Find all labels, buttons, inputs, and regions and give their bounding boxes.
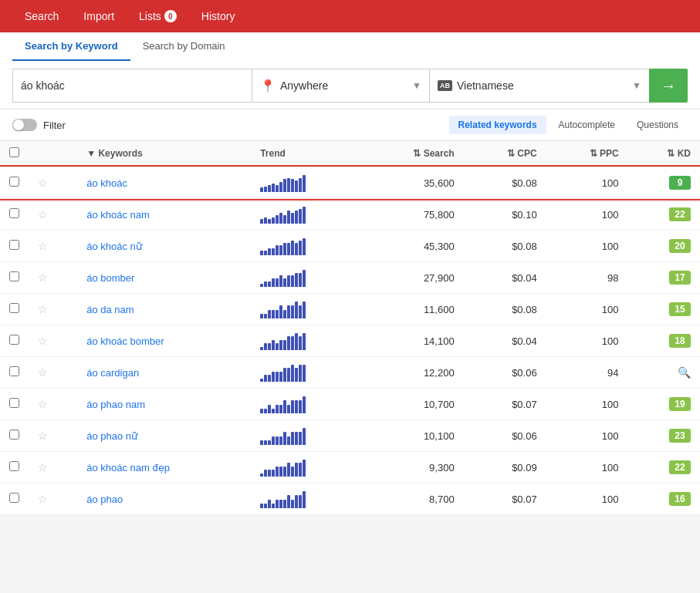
th-cpc[interactable]: ⇅ CPC [464,141,546,167]
th-keywords[interactable]: ▼ Keywords [77,141,251,167]
trend-bar [287,305,290,318]
tab-search-by-keyword[interactable]: Search by Keyword [12,32,130,61]
row-star-cell[interactable]: ☆ [29,167,77,199]
row-checkbox-cell[interactable] [0,325,29,357]
row-checkbox-cell[interactable] [0,167,29,199]
row-keyword-cell: áo phao nữ [77,420,251,452]
row-checkbox-cell[interactable] [0,483,29,515]
row-checkbox[interactable] [9,335,19,345]
tab-autocomplete[interactable]: Autocomplete [550,116,624,134]
nav-import[interactable]: Import [71,0,127,32]
row-checkbox[interactable] [9,398,19,408]
row-ppc-cell: 100 [546,167,628,199]
select-all-checkbox[interactable] [9,147,19,157]
row-star-cell[interactable]: ☆ [29,231,77,262]
row-trend-cell [251,325,361,357]
filter-toggle[interactable] [12,119,37,131]
row-checkbox-cell[interactable] [0,420,29,452]
star-icon[interactable]: ☆ [38,240,48,252]
star-icon[interactable]: ☆ [38,208,48,221]
row-star-cell[interactable]: ☆ [29,325,77,357]
th-ppc[interactable]: ⇅ PPC [546,141,628,167]
nav-search[interactable]: Search [12,0,71,32]
trend-bar [276,245,279,255]
row-checkbox-cell[interactable] [0,357,29,389]
trend-bar [264,440,267,445]
trend-bar [264,251,267,255]
row-checkbox[interactable] [9,240,19,250]
star-icon[interactable]: ☆ [38,366,48,379]
row-checkbox[interactable] [9,303,19,313]
keyword-name[interactable]: áo khoác nam [86,209,150,221]
star-icon[interactable]: ☆ [38,430,48,442]
row-checkbox[interactable] [9,366,19,376]
trend-bar [260,219,263,224]
trend-bar [276,278,279,287]
nav-history[interactable]: History [189,0,248,32]
row-search-cell: 8,700 [362,483,464,515]
star-icon[interactable]: ☆ [38,271,48,284]
star-icon[interactable]: ☆ [38,303,48,315]
keyword-name[interactable]: áo phao nữ [86,430,137,442]
row-checkbox[interactable] [9,208,19,218]
filter-button[interactable]: Filter [43,120,66,131]
row-checkbox-cell[interactable] [0,452,29,483]
tab-questions[interactable]: Questions [627,116,688,134]
row-keyword-cell: áo khoác [77,167,251,199]
trend-bar [276,215,279,224]
th-select-all[interactable] [0,141,29,167]
th-kd[interactable]: ⇅ KD [628,141,700,167]
keyword-name[interactable]: áo khoác bomber [86,335,164,347]
row-checkbox-cell[interactable] [0,262,29,294]
row-search-cell: 11,600 [362,294,464,325]
row-checkbox-cell[interactable] [0,294,29,325]
keyword-name[interactable]: áo cardigan [86,367,139,379]
search-inputs-row: 📍 Anywhere ▼ AB Vietnamese ▼ → [12,69,688,103]
row-checkbox[interactable] [9,177,19,187]
row-star-cell[interactable]: ☆ [29,262,77,294]
row-star-cell[interactable]: ☆ [29,294,77,325]
star-icon[interactable]: ☆ [38,398,48,410]
language-selector[interactable]: AB Vietnamese ▼ [429,69,649,103]
location-selector[interactable]: 📍 Anywhere ▼ [252,69,429,103]
row-checkbox[interactable] [9,461,19,471]
row-ppc-cell: 100 [546,199,628,231]
keyword-name[interactable]: áo phao [86,494,123,505]
keyword-name[interactable]: áo khoác [86,177,127,189]
star-icon[interactable]: ☆ [38,335,48,347]
row-star-cell[interactable]: ☆ [29,420,77,452]
row-star-cell[interactable]: ☆ [29,357,77,389]
row-cpc-cell: $0.07 [464,483,546,515]
row-star-cell[interactable]: ☆ [29,483,77,515]
row-star-cell[interactable]: ☆ [29,389,77,420]
row-checkbox[interactable] [9,271,19,281]
th-trend[interactable]: Trend [251,141,361,167]
tab-search-by-domain[interactable]: Search by Domain [130,32,238,61]
trend-bar [268,219,271,224]
row-trend-cell [251,262,361,294]
star-icon[interactable]: ☆ [38,493,48,505]
row-star-cell[interactable]: ☆ [29,452,77,483]
trend-bar [279,340,282,350]
row-checkbox[interactable] [9,493,19,503]
star-icon[interactable]: ☆ [38,461,48,473]
trend-bar [268,405,271,413]
keyword-input[interactable] [21,79,244,92]
trend-bar [303,491,306,508]
row-star-cell[interactable]: ☆ [29,199,77,231]
nav-lists[interactable]: Lists 0 [127,0,189,32]
search-button[interactable]: → [649,69,688,103]
star-icon[interactable]: ☆ [38,177,48,189]
keyword-name[interactable]: áo bomber [86,272,134,284]
th-search[interactable]: ⇅ Search [362,141,464,167]
row-checkbox[interactable] [9,430,19,440]
tab-related-keywords[interactable]: Related keywords [449,116,546,134]
row-checkbox-cell[interactable] [0,199,29,231]
keyword-name[interactable]: áo khoác nam đẹp [86,462,170,473]
keyword-name[interactable]: áo khoác nữ [86,241,142,252]
nav-search-label: Search [25,10,59,22]
row-checkbox-cell[interactable] [0,231,29,262]
keyword-name[interactable]: áo phao nam [86,399,145,410]
keyword-name[interactable]: áo da nam [86,304,134,315]
row-checkbox-cell[interactable] [0,389,29,420]
